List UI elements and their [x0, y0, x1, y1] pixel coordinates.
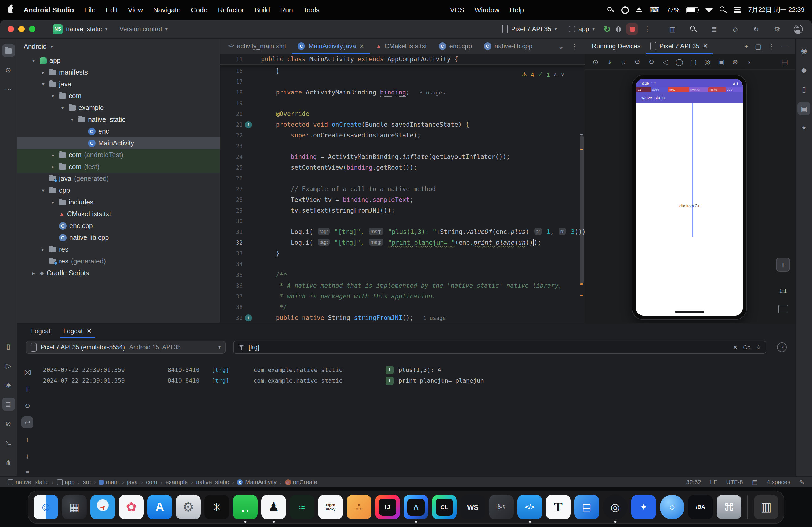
clear-logcat-icon[interactable]: ⌧: [21, 366, 33, 378]
crumb-oncreate[interactable]: monCreate: [285, 479, 317, 485]
dock-trash[interactable]: ▥: [754, 495, 779, 520]
gutter-20[interactable]: 20: [220, 108, 255, 119]
tree-chevron-icon[interactable]: ▸: [30, 270, 37, 276]
close-window-button[interactable]: [8, 26, 14, 32]
editor-scrollbar[interactable]: [580, 135, 584, 284]
logcat-tab-1[interactable]: Logcat: [26, 323, 56, 338]
profiler-tool-icon[interactable]: ◈: [2, 378, 15, 391]
logcat-tab-2[interactable]: Logcat✕: [58, 323, 97, 338]
dock-orange-dots-app[interactable]: ∴: [347, 495, 371, 520]
menu-code[interactable]: Code: [191, 6, 207, 14]
screen-record-icon[interactable]: ▣: [715, 56, 727, 67]
logcat-filter-input[interactable]: [trg] ✕ Cc ☆: [233, 341, 766, 353]
crumb-com[interactable]: com: [146, 479, 157, 485]
password-manager-icon[interactable]: [608, 6, 615, 13]
crumb-java[interactable]: java: [127, 479, 138, 485]
dock-utility-knife[interactable]: ✄: [489, 495, 514, 520]
input-source-icon[interactable]: ⌨: [650, 6, 660, 14]
tree-item-gradle-scripts[interactable]: ▸◆Gradle Scripts: [17, 267, 220, 279]
spotlight-icon[interactable]: [720, 6, 727, 13]
crumb-mainactivity[interactable]: CMainActivity: [237, 479, 277, 485]
dock-intellij-idea[interactable]: IJ: [375, 495, 400, 520]
tree-item-res[interactable]: ▸res: [17, 244, 220, 255]
gutter-33[interactable]: 33: [220, 248, 255, 259]
dock-clion[interactable]: CL: [432, 495, 457, 520]
screenshot-button[interactable]: [778, 305, 788, 313]
restart-logcat-icon[interactable]: ↻: [21, 400, 33, 412]
dock-ba-terminal[interactable]: /BA: [688, 495, 713, 520]
tab-activity-main-xml[interactable]: </>activity_main.xml: [222, 39, 292, 54]
project-view-header[interactable]: Android ▾: [17, 39, 220, 55]
nav-handle[interactable]: [675, 311, 704, 313]
dock-photos[interactable]: ✿: [119, 495, 144, 520]
gutter-27[interactable]: 27: [220, 183, 255, 194]
close-tab-icon[interactable]: ✕: [359, 43, 364, 50]
settings-gear-icon[interactable]: ⚙: [771, 22, 784, 35]
gutter-24[interactable]: 24: [220, 151, 255, 162]
tree-item-res-generated[interactable]: res (generated): [17, 255, 220, 267]
run-tool-icon[interactable]: ▷: [2, 359, 15, 372]
utility-circle-icon[interactable]: [622, 6, 629, 14]
dock-launchpad[interactable]: ▦: [62, 495, 87, 520]
logcat-help-icon[interactable]: ?: [777, 342, 787, 352]
gutter-25[interactable]: 25: [220, 162, 255, 173]
menubar-clock[interactable]: 7月22日 周一 22:39: [748, 5, 804, 15]
tree-chevron-icon[interactable]: ▾: [30, 58, 37, 63]
gutter-22[interactable]: 22: [220, 130, 255, 140]
emulator-screen[interactable]: 10:39 ◔ ✦ ◢ ▮ -0.1JX 0.0TIMERV 0.7MPRI 0…: [636, 79, 743, 316]
dock-system-settings[interactable]: ⚙: [176, 495, 201, 520]
version-control-tool-icon[interactable]: ⋔: [2, 456, 15, 468]
tree-item-enc[interactable]: Cenc: [17, 125, 220, 137]
stripe-mark[interactable]: [580, 283, 583, 285]
gutter-30[interactable]: 30: [220, 216, 255, 226]
crumb-src[interactable]: src: [83, 479, 90, 485]
tree-item-example[interactable]: ▾example: [17, 102, 220, 114]
volume-down-icon[interactable]: ♫: [618, 56, 629, 67]
device-tab[interactable]: Pixel 7 API 35 ✕: [646, 39, 712, 54]
tree-item-manifests[interactable]: ▸manifests: [17, 66, 220, 78]
tree-chevron-icon[interactable]: ▾: [69, 117, 76, 122]
device-manager-icon[interactable]: ▯: [798, 82, 810, 95]
prev-issue-icon[interactable]: ∧: [554, 72, 557, 77]
tree-item-app[interactable]: ▾app: [17, 55, 220, 66]
dock-blue-browser[interactable]: ○: [660, 495, 684, 520]
tree-item-cpp[interactable]: ▾cpp: [17, 185, 220, 196]
tree-chevron-icon[interactable]: ▾: [40, 188, 47, 193]
project-widget[interactable]: NS native_static ▾: [49, 22, 111, 36]
menu-window[interactable]: Window: [475, 6, 499, 14]
gemini-assistant-icon[interactable]: ✦: [798, 121, 810, 134]
gutter-39[interactable]: 39↑: [220, 312, 255, 323]
gutter-17[interactable]: 17: [220, 76, 255, 87]
tab-mainactivity-java[interactable]: CMainActivity.java✕: [292, 39, 370, 54]
logcat-device-selector[interactable]: Pixel 7 API 35 (emulator-5554) Android 1…: [26, 341, 226, 353]
menu-android-studio[interactable]: Android Studio: [24, 6, 74, 14]
tree-chevron-icon[interactable]: ▸: [49, 164, 56, 169]
dock-pigca-proxy[interactable]: PigcaProxy: [318, 495, 343, 520]
screenshot-icon[interactable]: ◎: [701, 56, 713, 67]
tab-native-lib-cpp[interactable]: Cnative-lib.cpp: [478, 39, 538, 54]
zoom-in-button[interactable]: +: [776, 258, 790, 272]
tree-chevron-icon[interactable]: ▸: [40, 70, 47, 75]
project-tool-icon[interactable]: [2, 44, 15, 57]
crumb-native-static[interactable]: native_static: [196, 479, 229, 485]
tree-item-com-androidtest[interactable]: ▸com (androidTest): [17, 149, 220, 161]
minimize-window-button[interactable]: [18, 26, 25, 32]
crumb-main[interactable]: main: [99, 479, 119, 485]
close-tab-icon[interactable]: ✕: [86, 327, 92, 335]
file-encoding[interactable]: UTF-8: [726, 479, 743, 485]
gutter-29[interactable]: 29: [220, 205, 255, 216]
close-device-tab-icon[interactable]: ✕: [703, 42, 708, 50]
tree-item-java-generated[interactable]: java (generated): [17, 173, 220, 185]
tree-chevron-icon[interactable]: ▸: [40, 247, 47, 252]
logcat-tool-icon[interactable]: ≣: [2, 398, 15, 410]
user-avatar[interactable]: [792, 22, 804, 35]
gutter-34[interactable]: 34: [220, 259, 255, 269]
tab-options-icon[interactable]: ⋮: [571, 43, 578, 50]
nav-home-icon[interactable]: ◯: [673, 56, 685, 67]
tree-chevron-icon[interactable]: ▾: [49, 93, 56, 99]
tree-item-native-static[interactable]: ▾native_static: [17, 114, 220, 125]
dock-gray-utility[interactable]: ⌘: [717, 495, 741, 520]
gutter-26[interactable]: 26: [220, 173, 255, 183]
caret-position[interactable]: 32:62: [686, 479, 701, 485]
profiler-icon[interactable]: ◇: [729, 22, 742, 35]
